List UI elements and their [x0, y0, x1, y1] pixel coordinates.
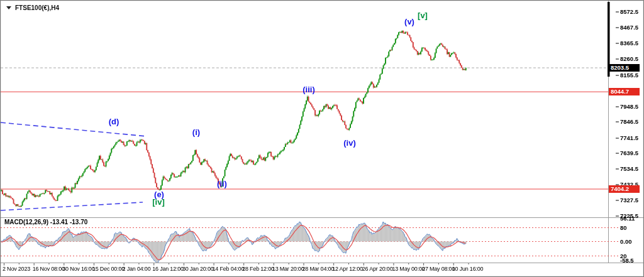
price-tick-label: 7741.5 [620, 135, 638, 141]
time-tick-label: 12 Apr 12:00 [332, 266, 363, 272]
time-tick-label: 13 May 00:00 [392, 266, 425, 272]
macd-range-label: 56.11 [620, 215, 635, 222]
time-tick-label: 16 Jan 12:00 [152, 266, 184, 272]
time-tick-label: 16 Nov 08:00 [33, 266, 65, 272]
time-tick-label: 13 Mar 20:00 [272, 266, 304, 272]
price-tick-label: 7948.5 [620, 104, 638, 110]
chart-canvas[interactable] [1, 1, 644, 277]
wave-label: (d) [109, 117, 119, 126]
wave-label: (v) [404, 17, 414, 26]
chart-window: FTSE100(€),H4 MACD(12,26,9) -13.41 -13.7… [0, 0, 644, 277]
time-tick-label: 2 Nov 2023 [3, 266, 30, 272]
time-tick-label: 15 Dec 00:00 [92, 266, 125, 272]
wave-label: (ii) [217, 179, 227, 188]
time-tick-label: 30 Nov 16:00 [62, 266, 94, 272]
macd-range-label: -58.5 [620, 258, 634, 264]
time-tick-label: 27 May 08:00 [422, 266, 455, 272]
symbol-timeframe-label: FTSE100(€),H4 [15, 4, 59, 11]
time-tick-label: 30 Jan 20:00 [182, 266, 214, 272]
price-tick-label: 7639.5 [620, 150, 638, 156]
wave-label: [v] [418, 11, 428, 20]
level-price-badge[interactable]: 7404.2 [609, 185, 640, 193]
price-tick-label: 8572.5 [620, 9, 638, 15]
macd-level-label: 80 [620, 225, 627, 231]
macd-indicator-label: MACD(12,26,9) -13.41 -13.70 [4, 219, 87, 225]
bid-price-badge[interactable]: 8203.5 [609, 64, 640, 72]
time-tick-label: 28 Feb 12:00 [242, 266, 274, 272]
wave-label: [iv] [152, 197, 165, 207]
price-tick-label: 8155.5 [620, 72, 638, 79]
wave-label: (iii) [303, 85, 315, 94]
price-tick-label: 8365.5 [620, 40, 638, 46]
price-tick-label: 8467.5 [620, 24, 638, 31]
level-price-badge[interactable]: 8044.7 [609, 88, 640, 95]
macd-level-label: 0.00 [620, 239, 632, 245]
symbol-title-bar: FTSE100(€),H4 [6, 4, 59, 11]
price-tick-label: 7846.5 [620, 119, 638, 125]
price-tick-label: 7534.5 [620, 166, 638, 172]
time-tick-label: 10 Jun 16:00 [452, 266, 484, 272]
wave-label: (iv) [343, 138, 356, 148]
wave-label: (i) [192, 128, 200, 137]
time-tick-label: 2 Jan 04:00 [123, 266, 151, 272]
price-tick-label: 8260.5 [620, 56, 638, 62]
time-tick-label: 26 Apr 20:00 [362, 266, 393, 272]
time-tick-label: 28 Mar 04:00 [303, 266, 335, 272]
price-tick-label: 7327.5 [620, 197, 638, 204]
time-tick-label: 14 Feb 04:00 [213, 266, 245, 272]
dropdown-triangle-icon[interactable] [6, 6, 11, 9]
